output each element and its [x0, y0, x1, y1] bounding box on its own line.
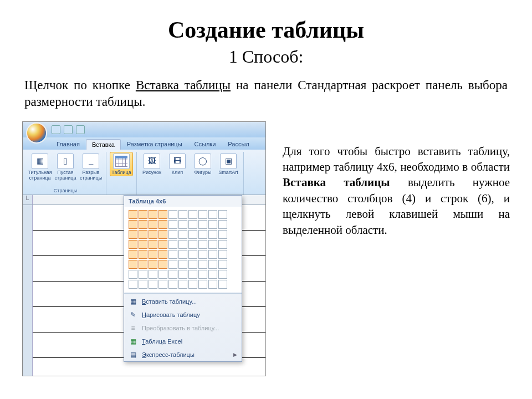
grid-cell[interactable]	[158, 250, 167, 259]
grid-cell[interactable]	[168, 280, 177, 289]
grid-cell[interactable]	[168, 220, 177, 229]
grid-cell[interactable]	[158, 260, 167, 269]
grid-cell[interactable]	[218, 250, 227, 259]
grid-cell[interactable]	[178, 240, 187, 249]
grid-cell[interactable]	[178, 270, 187, 279]
tab-insert[interactable]: Вставка	[86, 139, 121, 150]
grid-cell[interactable]	[208, 250, 217, 259]
grid-cell[interactable]	[198, 270, 207, 279]
excel-table-item[interactable]: ▦Таблица Excel	[124, 335, 242, 348]
grid-cell[interactable]	[178, 280, 187, 289]
table-button[interactable]: Таблица	[110, 152, 133, 176]
grid-cell[interactable]	[218, 240, 227, 249]
grid-cell[interactable]	[208, 240, 217, 249]
grid-cell[interactable]	[129, 240, 137, 249]
tab-mailings[interactable]: Рассыл	[222, 139, 255, 150]
qat-save-icon[interactable]	[52, 125, 60, 134]
grid-cell[interactable]	[218, 260, 227, 269]
grid-cell[interactable]	[158, 220, 167, 229]
grid-cell[interactable]	[178, 220, 187, 229]
grid-cell[interactable]	[188, 220, 197, 229]
cover-page-button[interactable]: ▦Титульная страница	[28, 152, 52, 182]
picture-button[interactable]: 🖼Рисунок	[140, 152, 163, 176]
grid-cell[interactable]	[139, 260, 147, 269]
grid-cell[interactable]	[149, 280, 157, 289]
tab-references[interactable]: Ссылки	[188, 139, 222, 150]
grid-cell[interactable]	[139, 230, 147, 239]
grid-cell[interactable]	[129, 260, 137, 269]
grid-cell[interactable]	[129, 250, 137, 259]
grid-cell[interactable]	[218, 220, 227, 229]
grid-cell[interactable]	[218, 270, 227, 279]
grid-cell[interactable]	[139, 270, 147, 279]
grid-cell[interactable]	[149, 220, 157, 229]
grid-cell[interactable]	[208, 280, 217, 289]
grid-cell[interactable]	[198, 250, 207, 259]
qat-redo-icon[interactable]	[76, 125, 85, 134]
grid-cell[interactable]	[139, 280, 147, 289]
grid-cell[interactable]	[188, 250, 197, 259]
qat-undo-icon[interactable]	[64, 125, 73, 134]
grid-cell[interactable]	[188, 260, 197, 269]
grid-cell[interactable]	[188, 280, 197, 289]
grid-cell[interactable]	[188, 230, 197, 239]
grid-cell[interactable]	[139, 240, 147, 249]
clip-button[interactable]: 🎞Клип	[166, 152, 189, 176]
office-button[interactable]	[26, 122, 47, 144]
grid-cell[interactable]	[178, 250, 187, 259]
grid-cell[interactable]	[208, 210, 217, 219]
grid-cell[interactable]	[198, 240, 207, 249]
grid-cell[interactable]	[218, 230, 227, 239]
grid-cell[interactable]	[158, 240, 167, 249]
grid-cell[interactable]	[168, 260, 177, 269]
grid-cell[interactable]	[129, 230, 137, 239]
table-size-grid[interactable]	[124, 207, 242, 292]
grid-cell[interactable]	[139, 250, 147, 259]
grid-cell[interactable]	[178, 210, 187, 219]
page-break-button[interactable]: ⎯Разрыв страницы	[79, 152, 103, 182]
grid-cell[interactable]	[178, 230, 187, 239]
grid-cell[interactable]	[129, 280, 137, 289]
quick-tables-item[interactable]: ▤Экспресс-таблицы▶	[124, 348, 242, 361]
grid-cell[interactable]	[208, 270, 217, 279]
grid-cell[interactable]	[198, 260, 207, 269]
grid-cell[interactable]	[158, 230, 167, 239]
grid-cell[interactable]	[168, 210, 177, 219]
grid-cell[interactable]	[158, 270, 167, 279]
grid-cell[interactable]	[208, 230, 217, 239]
grid-cell[interactable]	[208, 260, 217, 269]
insert-table-item[interactable]: ▦Вставить таблицу...	[124, 295, 242, 308]
grid-cell[interactable]	[168, 250, 177, 259]
grid-cell[interactable]	[218, 210, 227, 219]
grid-cell[interactable]	[218, 280, 227, 289]
grid-cell[interactable]	[139, 220, 147, 229]
grid-cell[interactable]	[168, 270, 177, 279]
grid-cell[interactable]	[168, 230, 177, 239]
grid-cell[interactable]	[158, 280, 167, 289]
grid-cell[interactable]	[208, 220, 217, 229]
grid-cell[interactable]	[198, 210, 207, 219]
grid-cell[interactable]	[168, 240, 177, 249]
grid-cell[interactable]	[149, 270, 157, 279]
grid-cell[interactable]	[188, 270, 197, 279]
tab-layout[interactable]: Разметка страницы	[121, 139, 188, 150]
grid-cell[interactable]	[149, 240, 157, 249]
grid-cell[interactable]	[149, 260, 157, 269]
grid-cell[interactable]	[178, 260, 187, 269]
grid-cell[interactable]	[139, 210, 147, 219]
grid-cell[interactable]	[188, 240, 197, 249]
draw-table-item[interactable]: ✎Нарисовать таблицу	[124, 308, 242, 321]
shapes-button[interactable]: ◯Фигуры	[191, 152, 214, 176]
grid-cell[interactable]	[129, 270, 137, 279]
grid-cell[interactable]	[129, 210, 137, 219]
grid-cell[interactable]	[149, 210, 157, 219]
grid-cell[interactable]	[198, 220, 207, 229]
grid-cell[interactable]	[149, 250, 157, 259]
grid-cell[interactable]	[198, 280, 207, 289]
tab-home[interactable]: Главная	[50, 139, 86, 150]
grid-cell[interactable]	[129, 220, 137, 229]
smartart-button[interactable]: ▣SmartArt	[217, 152, 240, 176]
blank-page-button[interactable]: ▯Пустая страница	[54, 152, 77, 182]
grid-cell[interactable]	[198, 230, 207, 239]
grid-cell[interactable]	[188, 210, 197, 219]
